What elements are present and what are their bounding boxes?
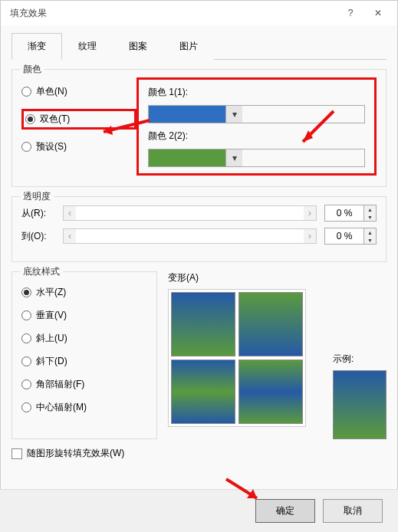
variant-1[interactable] xyxy=(171,292,235,356)
color1-label: 颜色 1(1): xyxy=(148,86,365,99)
color1-picker[interactable]: ▾ xyxy=(148,105,365,123)
radio-corner[interactable]: 角部辐射(F) xyxy=(21,378,147,391)
from-slider[interactable]: ‹ › xyxy=(63,205,317,221)
radio-icon xyxy=(21,379,31,389)
cancel-button[interactable]: 取消 xyxy=(323,499,383,523)
slider-left-icon: ‹ xyxy=(64,229,76,243)
tab-bar: 渐变 纹理 图案 图片 xyxy=(12,33,386,60)
sample-area: 示例: xyxy=(333,271,386,439)
radio-icon xyxy=(21,142,31,152)
color2-picker[interactable]: ▾ xyxy=(148,149,365,167)
transparency-fieldset: 透明度 从(R): ‹ › ▲▼ 到(O): ‹ › xyxy=(12,196,386,262)
dialog-content: 渐变 纹理 图案 图片 颜色 单色(N) 双色(T) xyxy=(1,25,397,468)
sample-preview xyxy=(333,370,386,439)
radio-icon xyxy=(21,402,31,412)
radio-label: 双色(T) xyxy=(40,113,70,126)
from-label: 从(R): xyxy=(21,207,55,220)
color-mode-options: 单色(N) 双色(T) 预设(S) xyxy=(21,77,137,176)
radio-diag-down[interactable]: 斜下(D) xyxy=(21,355,147,368)
tab-texture[interactable]: 纹理 xyxy=(62,33,113,60)
variant-label: 变形(A) xyxy=(168,272,199,283)
radio-diag-up[interactable]: 斜上(U) xyxy=(21,332,147,345)
dialog-title: 填充效果 xyxy=(10,7,47,20)
variant-grid xyxy=(168,289,306,427)
color2-label: 颜色 2(2): xyxy=(148,130,365,143)
radio-vertical[interactable]: 垂直(V) xyxy=(21,309,147,322)
window-controls: ? ✕ xyxy=(337,3,391,23)
radio-label: 中心辐射(M) xyxy=(36,401,87,414)
slider-left-icon: ‹ xyxy=(64,206,76,220)
fill-effects-dialog: 填充效果 ? ✕ 渐变 纹理 图案 图片 颜色 单色(N) xyxy=(0,0,398,532)
dialog-footer: 确定 取消 xyxy=(0,489,398,532)
close-button[interactable]: ✕ xyxy=(365,3,391,23)
radio-label: 预设(S) xyxy=(36,140,67,153)
from-spinner[interactable]: ▲▼ xyxy=(324,205,377,222)
radio-label: 垂直(V) xyxy=(36,309,67,322)
titlebar: 填充效果 ? ✕ xyxy=(1,1,397,25)
to-value[interactable] xyxy=(325,228,363,244)
spinner-arrows-icon: ▲▼ xyxy=(363,228,376,244)
radio-label: 水平(Z) xyxy=(36,286,66,299)
slider-right-icon: › xyxy=(304,229,316,243)
shading-legend: 底纹样式 xyxy=(20,265,63,278)
variant-3[interactable] xyxy=(171,360,235,424)
slider-right-icon: › xyxy=(304,206,316,220)
to-slider[interactable]: ‹ › xyxy=(63,228,317,244)
to-spinner[interactable]: ▲▼ xyxy=(324,228,377,245)
ok-button[interactable]: 确定 xyxy=(255,499,315,523)
radio-icon xyxy=(25,114,35,124)
color-pickers-highlight: 颜色 1(1): ▾ 颜色 2(2): ▾ xyxy=(137,77,377,176)
radio-single-color[interactable]: 单色(N) xyxy=(21,85,137,98)
radio-center[interactable]: 中心辐射(M) xyxy=(21,401,147,414)
colors-legend: 颜色 xyxy=(20,63,44,76)
to-label: 到(O): xyxy=(21,230,55,243)
radio-label: 斜上(U) xyxy=(36,332,67,345)
rotate-checkbox-row[interactable]: 随图形旋转填充效果(W) xyxy=(12,447,386,460)
color2-swatch xyxy=(149,149,225,166)
sample-label: 示例: xyxy=(333,353,386,366)
radio-two-color[interactable]: 双色(T) xyxy=(25,113,70,126)
radio-icon xyxy=(21,356,31,366)
radio-label: 单色(N) xyxy=(36,85,67,98)
radio-label: 角部辐射(F) xyxy=(36,378,84,391)
chevron-down-icon: ▾ xyxy=(225,106,242,123)
variant-2[interactable] xyxy=(238,292,303,356)
from-value[interactable] xyxy=(325,205,363,221)
radio-horizontal[interactable]: 水平(Z) xyxy=(21,286,147,299)
radio-icon xyxy=(21,287,31,297)
colors-fieldset: 颜色 单色(N) 双色(T) 预设(S) xyxy=(12,69,386,187)
variant-area: 变形(A) xyxy=(168,271,322,439)
transparency-legend: 透明度 xyxy=(20,190,54,203)
chevron-down-icon: ▾ xyxy=(225,149,242,166)
color1-swatch xyxy=(149,106,225,123)
tab-gradient[interactable]: 渐变 xyxy=(12,33,62,60)
tab-pattern[interactable]: 图案 xyxy=(113,33,163,60)
tab-picture[interactable]: 图片 xyxy=(163,33,214,60)
radio-icon xyxy=(21,87,31,97)
rotate-checkbox-label: 随图形旋转填充效果(W) xyxy=(27,447,124,460)
radio-icon xyxy=(21,333,31,343)
shading-fieldset: 底纹样式 水平(Z) 垂直(V) 斜上(U) 斜下(D) 角部辐射(F) 中心辐… xyxy=(12,271,157,439)
spinner-arrows-icon: ▲▼ xyxy=(363,205,376,221)
variant-4[interactable] xyxy=(238,360,303,424)
checkbox-icon xyxy=(12,448,22,459)
radio-preset[interactable]: 预设(S) xyxy=(21,140,137,153)
help-button[interactable]: ? xyxy=(337,3,363,23)
radio-icon xyxy=(21,310,31,320)
radio-label: 斜下(D) xyxy=(36,355,67,368)
highlight-two-color: 双色(T) xyxy=(21,109,137,130)
